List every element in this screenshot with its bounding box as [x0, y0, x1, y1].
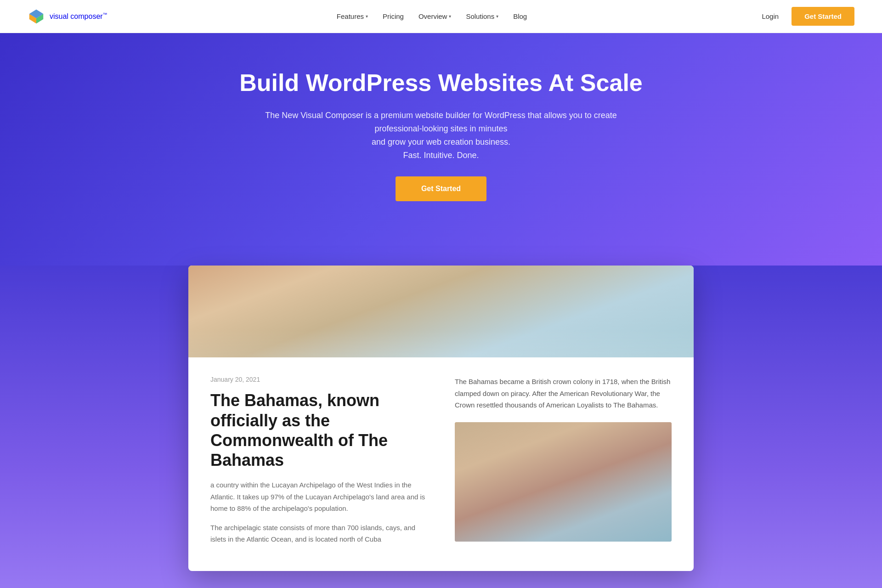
nav-link-features[interactable]: Features ▾ [331, 10, 373, 23]
card-left: January 20, 2021 The Bahamas, known offi… [210, 376, 427, 552]
nav-item-features: Features ▾ [331, 10, 373, 23]
nav-list: Features ▾ Pricing Overview ▾ Solutions … [331, 10, 532, 23]
nav-item-pricing: Pricing [377, 10, 409, 23]
card-body: January 20, 2021 The Bahamas, known offi… [188, 357, 694, 571]
chevron-down-icon: ▾ [366, 14, 368, 19]
nav-item-blog: Blog [508, 10, 532, 23]
hero-section: Build WordPress Websites At Scale The Ne… [0, 33, 882, 266]
navbar: visual composer™ Features ▾ Pricing Over… [0, 0, 882, 33]
article-thumbnail [455, 422, 672, 542]
article-excerpt-1: a country within the Lucayan Archipelago… [210, 479, 427, 514]
article-date: January 20, 2021 [210, 376, 427, 383]
content-section: January 20, 2021 The Bahamas, known offi… [0, 266, 882, 588]
logo[interactable]: visual composer™ [28, 8, 107, 25]
nav-item-solutions: Solutions ▾ [460, 10, 504, 23]
logo-text: visual composer™ [50, 12, 107, 21]
nav-item-overview: Overview ▾ [413, 10, 457, 23]
card-header-image [188, 266, 694, 357]
article-card: January 20, 2021 The Bahamas, known offi… [188, 266, 694, 571]
nav-link-overview[interactable]: Overview ▾ [413, 10, 457, 23]
chevron-down-icon: ▾ [496, 14, 498, 19]
nav-link-blog[interactable]: Blog [508, 10, 532, 23]
navbar-actions: Login Get Started [756, 7, 854, 26]
article-description: The Bahamas became a British crown colon… [455, 376, 672, 411]
get-started-nav-button[interactable]: Get Started [792, 7, 854, 26]
get-started-hero-button[interactable]: Get Started [396, 176, 486, 201]
logo-icon [28, 8, 45, 25]
nav-link-solutions[interactable]: Solutions ▾ [460, 10, 504, 23]
card-right: The Bahamas became a British crown colon… [455, 376, 672, 552]
article-title: The Bahamas, known officially as the Com… [210, 390, 427, 470]
nav-link-pricing[interactable]: Pricing [377, 10, 409, 23]
chevron-down-icon: ▾ [449, 14, 451, 19]
article-excerpt-2: The archipelagic state consists of more … [210, 522, 427, 545]
login-button[interactable]: Login [756, 10, 784, 23]
hero-headline: Build WordPress Websites At Scale [28, 70, 854, 96]
hero-description: The New Visual Composer is a premium web… [257, 109, 625, 162]
